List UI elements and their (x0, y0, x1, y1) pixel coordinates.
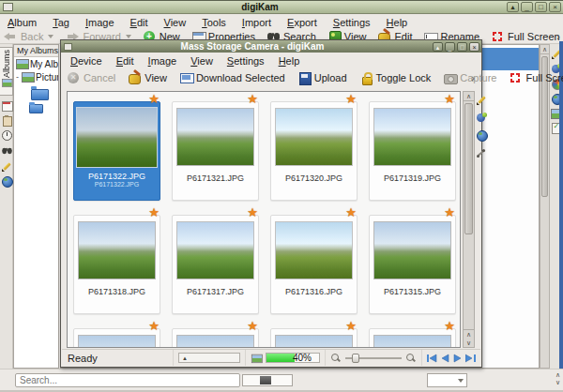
thumbnail-card[interactable]: P6171317.JPG (172, 215, 259, 314)
thumbnail-item-partial[interactable]: ★ (363, 319, 461, 348)
dialog-maximize-button[interactable]: □ (457, 42, 467, 52)
thumbnail-item[interactable]: ★ P6171316.JPG (265, 205, 363, 319)
thumbnail-item[interactable]: ★ P6171315.JPG (363, 205, 461, 319)
menu-view[interactable]: View (190, 55, 213, 67)
thumbnail-item[interactable]: ★ P6171318.JPG (68, 205, 166, 319)
menu-tools[interactable]: Tools (202, 17, 226, 28)
menu-import[interactable]: Import (242, 17, 271, 28)
tree-item-folder[interactable] (14, 100, 58, 113)
menu-settings[interactable]: Settings (333, 17, 371, 28)
search-input[interactable] (15, 373, 240, 387)
corner-scroll-arrows[interactable]: ∧ ∨ (555, 371, 560, 386)
thumbnail-item[interactable]: ★ P6171320.JPG (265, 92, 363, 205)
toolbar-overflow-arrow[interactable]: › (471, 72, 475, 83)
zoom-section (325, 350, 421, 366)
upload-icon (298, 72, 311, 83)
slider-handle[interactable] (260, 376, 271, 384)
thumbnail-item-partial[interactable]: ★ (265, 319, 363, 348)
menu-help[interactable]: Help (387, 17, 408, 28)
main-vertical-scrollbar[interactable]: ∧ (540, 44, 550, 369)
scroll-bottom-arrows[interactable]: ∧ ∨ (464, 329, 474, 347)
thumbnail-item-partial[interactable]: ★ (166, 319, 265, 348)
star-badge-icon: ★ (444, 205, 455, 219)
shade-button[interactable]: ▴ (507, 2, 519, 12)
go-last-icon[interactable] (465, 354, 476, 363)
zoom-in-icon[interactable] (405, 353, 417, 364)
cancel-button[interactable]: Cancel (68, 72, 115, 83)
thumbnail-card[interactable]: P6171319.JPG (369, 101, 456, 201)
scroll-up-arrow[interactable]: ∧ (540, 45, 549, 54)
calendar-icon[interactable] (2, 100, 12, 111)
thumbnail-photo (176, 108, 254, 166)
thumbnail-photo (176, 335, 254, 348)
view-button[interactable]: View (129, 72, 167, 83)
sidebar-tab-albums[interactable]: Albums (0, 47, 13, 96)
thumbnail-item-partial[interactable]: ★ (68, 319, 166, 348)
link-icon[interactable] (477, 148, 487, 158)
go-first-icon[interactable] (427, 354, 437, 363)
minimize-button[interactable]: _ (521, 2, 533, 12)
scroll-up-arrow[interactable]: ∧ (464, 92, 474, 101)
maximize-button[interactable]: □ (535, 2, 547, 12)
thumbnail-item[interactable]: ★ P6171317.JPG (166, 205, 265, 319)
thumbnail-card[interactable]: P6171322.JPG P6171322.JPG (73, 101, 160, 201)
main-window-title: digiKam (13, 2, 507, 12)
menu-image[interactable]: Image (85, 17, 114, 28)
thumbnail-card[interactable]: P6171320.JPG (270, 101, 358, 201)
back-button[interactable]: Back (4, 31, 53, 42)
menu-edit[interactable]: Edit (116, 55, 134, 67)
menu-album[interactable]: Album (8, 17, 37, 28)
dialog-menubar: Device Edit Image View Settings Help (62, 53, 480, 68)
desktop-background (559, 41, 563, 369)
menu-image[interactable]: Image (148, 55, 177, 67)
thumbnail-item[interactable]: ★ P6171319.JPG (363, 92, 461, 205)
search-icon[interactable] (2, 146, 11, 156)
dialog-shade-button[interactable]: ▴ (433, 42, 443, 52)
geolocation-icon[interactable] (477, 130, 487, 141)
go-next-icon[interactable] (453, 354, 462, 363)
left-sidebar-tabstrip: Albums (0, 44, 13, 369)
tags-icon[interactable] (2, 115, 12, 126)
thumbnail-item-selected[interactable]: ★ P6171322.JPG P6171322.JPG (68, 92, 166, 205)
tree-item-my-albums[interactable]: My Albums (14, 57, 58, 70)
thumbnail-card[interactable]: P6171315.JPG (369, 215, 456, 314)
thumbnail-item[interactable]: ★ P6171321.JPG (166, 92, 265, 205)
zoom-out-icon[interactable] (330, 353, 342, 364)
thumbnail-photo (176, 221, 254, 279)
dialog-fullscreen-button[interactable]: Full Screen (510, 72, 563, 83)
thumbnail-photo (373, 335, 451, 348)
status-text: Ready (62, 350, 173, 366)
tree-item-folder[interactable] (14, 83, 58, 100)
menu-view[interactable]: View (164, 17, 187, 28)
menu-settings[interactable]: Settings (227, 55, 265, 67)
dialog-minimize-button[interactable]: _ (445, 42, 455, 52)
metadata-icon[interactable] (477, 113, 487, 123)
go-previous-icon[interactable] (441, 354, 449, 363)
properties-icon[interactable] (477, 95, 487, 105)
thumbnail-size-slider[interactable] (242, 374, 293, 386)
timeline-icon[interactable] (2, 130, 12, 141)
tree-item-pictures[interactable]: - Pictures (14, 70, 58, 83)
toggle-lock-button[interactable]: Toggle Lock (360, 72, 432, 83)
dialog-vertical-scrollbar[interactable]: ∧ ∧ ∨ (463, 91, 475, 348)
download-selected-button[interactable]: Download Selected (180, 72, 285, 83)
sort-dropdown[interactable] (427, 373, 467, 387)
upload-button[interactable]: Upload (298, 72, 347, 83)
fuzzy-search-icon[interactable] (2, 161, 12, 172)
fullscreen-button[interactable]: Full Screen (492, 31, 560, 42)
menu-export[interactable]: Export (287, 17, 317, 28)
thumbnail-card[interactable]: P6171318.JPG (73, 215, 160, 314)
thumbnail-card[interactable]: P6171316.JPG (270, 215, 358, 314)
close-button[interactable]: × (549, 2, 561, 12)
slider-handle[interactable] (352, 354, 359, 363)
zoom-slider[interactable] (345, 353, 402, 364)
menu-edit[interactable]: Edit (130, 17, 148, 28)
menu-help[interactable]: Help (279, 55, 300, 67)
map-icon[interactable] (2, 176, 12, 187)
scrollbar-thumb[interactable] (464, 103, 473, 234)
menu-device[interactable]: Device (70, 55, 102, 67)
thumbnail-card[interactable]: P6171321.JPG (172, 101, 259, 201)
dialog-close-button[interactable]: × (469, 42, 479, 52)
star-badge-icon: ★ (444, 92, 455, 106)
menu-tag[interactable]: Tag (53, 17, 69, 28)
